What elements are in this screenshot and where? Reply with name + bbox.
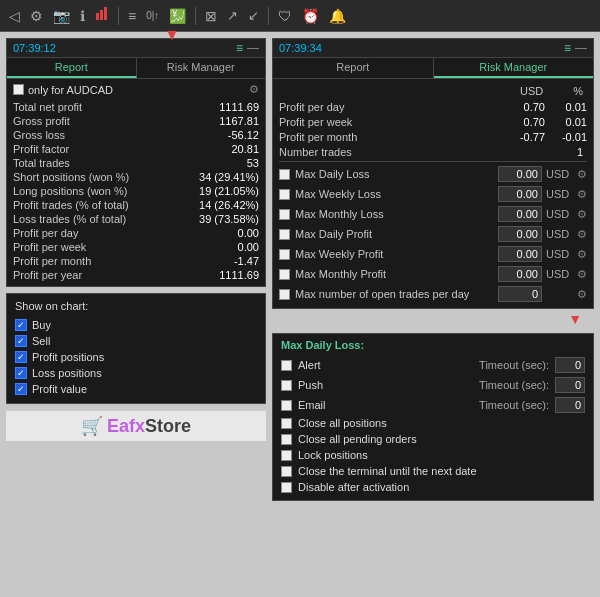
show-loss-positions-label: Loss positions bbox=[32, 367, 102, 379]
audcad-checkbox[interactable] bbox=[13, 84, 24, 95]
separator-2 bbox=[195, 7, 196, 25]
right-tab-report[interactable]: Report bbox=[273, 58, 434, 78]
left-tabs: Report Risk Manager bbox=[7, 58, 265, 79]
left-minimize-icon[interactable]: — bbox=[247, 41, 259, 55]
show-profit-value-checkbox[interactable] bbox=[15, 383, 27, 395]
left-panel-header: 07:39:12 ≡ — bbox=[7, 39, 265, 58]
report-row-8: Loss trades (% of total) 39 (73.58%) bbox=[13, 212, 259, 226]
rm-input-max-monthly-loss: Max Monthly Loss USD ⚙ bbox=[279, 204, 587, 224]
left-header-icons: ≡ — bbox=[236, 41, 259, 55]
show-profit-positions-checkbox[interactable] bbox=[15, 351, 27, 363]
rm-gear-daily-profit[interactable]: ⚙ bbox=[577, 228, 587, 241]
report-row-11: Profit per month -1.47 bbox=[13, 254, 259, 268]
mdl-email-timeout[interactable] bbox=[555, 397, 585, 413]
mdl-email-checkbox[interactable] bbox=[281, 400, 292, 411]
right-tab-riskmanager[interactable]: Risk Manager bbox=[434, 58, 594, 78]
rm-cb-daily-loss[interactable] bbox=[279, 169, 290, 180]
left-report-panel: 07:39:12 ≡ — Report Risk Manager only fo… bbox=[6, 38, 266, 287]
rm-row-profit-month: Profit per month -0.77 -0.01 bbox=[279, 129, 587, 144]
rm-input-open-trades[interactable] bbox=[498, 286, 542, 302]
rm-cb-monthly-profit[interactable] bbox=[279, 269, 290, 280]
show-loss-positions-checkbox[interactable] bbox=[15, 367, 27, 379]
mdl-close-pending-row: Close all pending orders bbox=[281, 431, 585, 447]
left-menu-icon[interactable]: ≡ bbox=[236, 41, 243, 55]
rm-gear-monthly-loss[interactable]: ⚙ bbox=[577, 208, 587, 221]
rm-gear-open-trades[interactable]: ⚙ bbox=[577, 288, 587, 301]
mdl-lock-positions-checkbox[interactable] bbox=[281, 450, 292, 461]
show-sell-item: Sell bbox=[15, 333, 257, 349]
report-row-0: Total net profit 1111.69 bbox=[13, 100, 259, 114]
show-buy-checkbox[interactable] bbox=[15, 319, 27, 331]
show-chart-title: Show on chart: bbox=[15, 300, 257, 312]
rm-cb-daily-profit[interactable] bbox=[279, 229, 290, 240]
rm-input-weekly-profit[interactable] bbox=[498, 246, 542, 262]
rm-input-daily-loss[interactable] bbox=[498, 166, 542, 182]
mdl-push-checkbox[interactable] bbox=[281, 380, 292, 391]
separator-3 bbox=[268, 7, 269, 25]
report-row-2: Gross loss -56.12 bbox=[13, 128, 259, 142]
left-tab-riskmanager[interactable]: Risk Manager bbox=[137, 58, 266, 78]
toolbar-arrow-down-icon[interactable]: ↙ bbox=[245, 6, 262, 25]
toolbar-camera-icon[interactable]: 📷 bbox=[50, 6, 73, 26]
filter-gear-icon[interactable]: ⚙ bbox=[249, 83, 259, 96]
toolbar-arrow-indicator: ▼ bbox=[164, 26, 180, 44]
left-tab-report[interactable]: Report bbox=[7, 58, 137, 78]
rm-cb-monthly-loss[interactable] bbox=[279, 209, 290, 220]
mdl-disable-after-checkbox[interactable] bbox=[281, 482, 292, 493]
right-header-icons: ≡ — bbox=[564, 41, 587, 55]
toolbar-chart-icon[interactable] bbox=[92, 5, 112, 26]
mdl-alert-checkbox[interactable] bbox=[281, 360, 292, 371]
rm-input-max-daily-profit: Max Daily Profit USD ⚙ bbox=[279, 224, 587, 244]
mdl-close-terminal-checkbox[interactable] bbox=[281, 466, 292, 477]
rm-gear-weekly-profit[interactable]: ⚙ bbox=[577, 248, 587, 261]
rm-input-max-weekly-loss: Max Weekly Loss USD ⚙ bbox=[279, 184, 587, 204]
rm-input-max-monthly-profit: Max Monthly Profit USD ⚙ bbox=[279, 264, 587, 284]
toolbar-back-icon[interactable]: ◁ bbox=[6, 6, 23, 26]
max-daily-loss-panel: Max Daily Loss: Alert Timeout (sec): Pus… bbox=[272, 333, 594, 501]
rm-unit-daily-profit: USD bbox=[546, 228, 574, 240]
toolbar-info-icon[interactable]: ℹ bbox=[77, 6, 88, 26]
right-panel-header: 07:39:34 ≡ — bbox=[273, 39, 593, 58]
toolbar-shield-icon[interactable]: 🛡 bbox=[275, 6, 295, 26]
mdl-push-timeout[interactable] bbox=[555, 377, 585, 393]
toolbar-arrow-up-icon[interactable]: ↗ bbox=[224, 6, 241, 25]
show-loss-positions-item: Loss positions bbox=[15, 365, 257, 381]
toolbar-settings-icon[interactable]: ⚙ bbox=[27, 6, 46, 26]
rm-gear-weekly-loss[interactable]: ⚙ bbox=[577, 188, 587, 201]
toolbar-trade-icon[interactable]: 💹 bbox=[166, 6, 189, 26]
mdl-email-row: Email Timeout (sec): bbox=[281, 395, 585, 415]
rm-cb-weekly-profit[interactable] bbox=[279, 249, 290, 260]
rm-input-monthly-profit[interactable] bbox=[498, 266, 542, 282]
rm-input-max-weekly-profit: Max Weekly Profit USD ⚙ bbox=[279, 244, 587, 264]
right-menu-icon[interactable]: ≡ bbox=[564, 41, 571, 55]
rm-column-headers: USD % bbox=[279, 83, 587, 99]
rm-input-monthly-loss[interactable] bbox=[498, 206, 542, 222]
rm-input-weekly-loss[interactable] bbox=[498, 186, 542, 202]
logo-text: EafxStore bbox=[107, 416, 191, 437]
rm-gear-daily-loss[interactable]: ⚙ bbox=[577, 168, 587, 181]
report-row-10: Profit per week 0.00 bbox=[13, 240, 259, 254]
mdl-alert-row: Alert Timeout (sec): bbox=[281, 355, 585, 375]
mdl-disable-after-row: Disable after activation bbox=[281, 479, 585, 495]
report-row-7: Profit trades (% of total) 14 (26.42%) bbox=[13, 198, 259, 212]
svg-rect-1 bbox=[100, 10, 103, 20]
toolbar-bell-icon[interactable]: 🔔 bbox=[326, 6, 349, 26]
rm-input-daily-profit[interactable] bbox=[498, 226, 542, 242]
report-row-3: Profit factor 20.81 bbox=[13, 142, 259, 156]
rm-gear-monthly-profit[interactable]: ⚙ bbox=[577, 268, 587, 281]
filter-label: only for AUDCAD bbox=[13, 84, 113, 96]
mdl-alert-timeout[interactable] bbox=[555, 357, 585, 373]
right-minimize-icon[interactable]: — bbox=[575, 41, 587, 55]
mdl-close-pending-checkbox[interactable] bbox=[281, 434, 292, 445]
toolbar-list-icon[interactable]: ≡ bbox=[125, 6, 139, 26]
rm-cb-weekly-loss[interactable] bbox=[279, 189, 290, 200]
right-arrow-indicator: ▼ bbox=[568, 311, 582, 327]
toolbar-cross-icon[interactable]: ⊠ bbox=[202, 6, 220, 26]
toolbar-clock-icon[interactable]: ⏰ bbox=[299, 6, 322, 26]
show-sell-checkbox[interactable] bbox=[15, 335, 27, 347]
mdl-close-positions-checkbox[interactable] bbox=[281, 418, 292, 429]
rm-unit-monthly-loss: USD bbox=[546, 208, 574, 220]
rm-cb-open-trades[interactable] bbox=[279, 289, 290, 300]
toolbar: ◁ ⚙ 📷 ℹ ≡ 0|↑ 💹 ⊠ ↗ ↙ 🛡 ⏰ 🔔 bbox=[0, 0, 600, 32]
toolbar-candle-icon[interactable]: 0|↑ bbox=[143, 8, 162, 23]
